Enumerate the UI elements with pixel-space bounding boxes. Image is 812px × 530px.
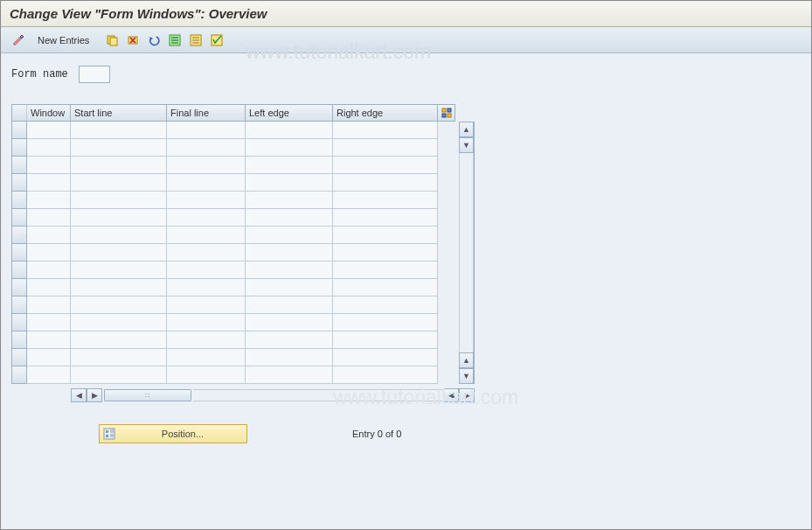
- cell-start_line[interactable]: [71, 192, 167, 209]
- row-selector[interactable]: [11, 227, 27, 244]
- cell-final_line[interactable]: [167, 157, 246, 174]
- undo-icon[interactable]: [145, 31, 163, 49]
- scroll-up-icon[interactable]: ▲: [459, 122, 474, 137]
- cell-window[interactable]: [27, 331, 71, 349]
- row-selector[interactable]: [11, 192, 27, 209]
- cell-start_line[interactable]: [71, 244, 167, 262]
- row-selector[interactable]: [11, 122, 27, 139]
- cell-left_edge[interactable]: [246, 209, 333, 227]
- cell-right_edge[interactable]: [333, 227, 438, 244]
- row-selector[interactable]: [11, 366, 27, 384]
- cell-final_line[interactable]: [167, 244, 246, 262]
- cell-window[interactable]: [27, 122, 71, 139]
- cell-start_line[interactable]: [71, 157, 167, 174]
- cell-left_edge[interactable]: [246, 279, 333, 296]
- col-header-final-line[interactable]: Final line: [167, 104, 246, 122]
- row-selector[interactable]: [11, 314, 27, 331]
- cell-final_line[interactable]: [167, 366, 246, 384]
- new-entries-button[interactable]: New Entries: [32, 33, 94, 47]
- select-all-corner[interactable]: [11, 104, 27, 122]
- cell-right_edge[interactable]: [333, 209, 438, 227]
- cell-window[interactable]: [27, 296, 71, 314]
- cell-right_edge[interactable]: [333, 157, 438, 174]
- cell-start_line[interactable]: [71, 331, 167, 349]
- toggle-display-icon[interactable]: [10, 31, 27, 49]
- cell-start_line[interactable]: [71, 279, 167, 296]
- cell-window[interactable]: [27, 157, 71, 174]
- row-selector[interactable]: [11, 174, 27, 192]
- select-block-icon[interactable]: [187, 31, 205, 49]
- cell-right_edge[interactable]: [333, 296, 438, 314]
- cell-left_edge[interactable]: [246, 366, 333, 384]
- copy-icon[interactable]: [103, 31, 121, 49]
- cell-start_line[interactable]: [71, 227, 167, 244]
- cell-right_edge[interactable]: [333, 314, 438, 331]
- cell-window[interactable]: [27, 279, 71, 296]
- cell-left_edge[interactable]: [246, 296, 333, 314]
- cell-window[interactable]: [27, 314, 71, 331]
- cell-right_edge[interactable]: [333, 192, 438, 209]
- col-header-left-edge[interactable]: Left edge: [246, 104, 333, 122]
- cell-right_edge[interactable]: [333, 349, 438, 366]
- cell-right_edge[interactable]: [333, 244, 438, 262]
- form-name-input[interactable]: [79, 66, 110, 83]
- cell-window[interactable]: [27, 174, 71, 192]
- cell-right_edge[interactable]: [333, 139, 438, 157]
- cell-final_line[interactable]: [167, 279, 246, 296]
- cell-left_edge[interactable]: [246, 331, 333, 349]
- cell-start_line[interactable]: [71, 209, 167, 227]
- scroll-track[interactable]: [459, 153, 474, 352]
- row-selector[interactable]: [11, 262, 27, 279]
- cell-start_line[interactable]: [71, 122, 167, 139]
- cell-window[interactable]: [27, 244, 71, 262]
- cell-window[interactable]: [27, 349, 71, 366]
- cell-final_line[interactable]: [167, 296, 246, 314]
- scroll-down-small-icon[interactable]: ▼: [459, 137, 474, 153]
- scroll-right-step-icon[interactable]: ▶: [87, 388, 102, 402]
- cell-right_edge[interactable]: [333, 262, 438, 279]
- delete-icon[interactable]: [124, 31, 142, 49]
- col-header-window[interactable]: Window: [27, 104, 71, 122]
- scroll-down-icon[interactable]: ▼: [459, 368, 474, 384]
- row-selector[interactable]: [11, 244, 27, 262]
- cell-start_line[interactable]: [71, 296, 167, 314]
- table-config-icon[interactable]: [438, 104, 455, 122]
- cell-window[interactable]: [27, 227, 71, 244]
- cell-left_edge[interactable]: [246, 262, 333, 279]
- row-selector[interactable]: [11, 279, 27, 296]
- cell-right_edge[interactable]: [333, 122, 438, 139]
- cell-left_edge[interactable]: [246, 244, 333, 262]
- cell-start_line[interactable]: [71, 314, 167, 331]
- cell-left_edge[interactable]: [246, 122, 333, 139]
- cell-window[interactable]: [27, 139, 71, 157]
- row-selector[interactable]: [11, 157, 27, 174]
- row-selector[interactable]: [11, 296, 27, 314]
- cell-right_edge[interactable]: [333, 331, 438, 349]
- cell-left_edge[interactable]: [246, 227, 333, 244]
- cell-right_edge[interactable]: [333, 366, 438, 384]
- cell-window[interactable]: [27, 192, 71, 209]
- cell-left_edge[interactable]: [246, 174, 333, 192]
- cell-left_edge[interactable]: [246, 314, 333, 331]
- row-selector[interactable]: [11, 331, 27, 349]
- row-selector[interactable]: [11, 139, 27, 157]
- scroll-left-icon[interactable]: ◀: [71, 388, 87, 402]
- cell-final_line[interactable]: [167, 331, 246, 349]
- cell-left_edge[interactable]: [246, 139, 333, 157]
- cell-start_line[interactable]: [71, 349, 167, 366]
- cell-final_line[interactable]: [167, 174, 246, 192]
- row-selector[interactable]: [11, 349, 27, 366]
- cell-final_line[interactable]: [167, 227, 246, 244]
- cell-right_edge[interactable]: [333, 174, 438, 192]
- scroll-left-step-icon[interactable]: ◀: [443, 388, 459, 402]
- row-selector[interactable]: [11, 209, 27, 227]
- cell-final_line[interactable]: [167, 209, 246, 227]
- cell-left_edge[interactable]: [246, 349, 333, 366]
- hscroll-thumb[interactable]: ∷: [104, 389, 191, 401]
- select-all-icon[interactable]: [166, 31, 184, 49]
- cell-final_line[interactable]: [167, 262, 246, 279]
- cell-right_edge[interactable]: [333, 279, 438, 296]
- cell-left_edge[interactable]: [246, 157, 333, 174]
- cell-window[interactable]: [27, 209, 71, 227]
- scroll-up-small-icon[interactable]: ▲: [459, 352, 474, 368]
